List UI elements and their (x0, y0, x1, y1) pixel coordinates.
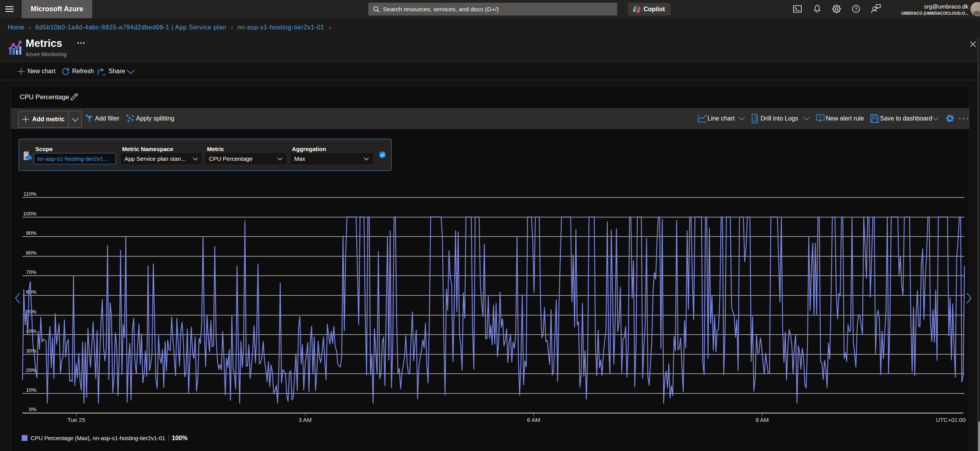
svg-text:3 AM: 3 AM (298, 417, 312, 423)
svg-text:90%: 90% (26, 230, 36, 236)
svg-text:?: ? (855, 7, 858, 12)
svg-text:30%: 30% (26, 348, 36, 354)
svg-text:100%: 100% (23, 211, 36, 217)
svg-text:UTC+01:00: UTC+01:00 (936, 417, 966, 423)
svg-text:110%: 110% (23, 191, 36, 197)
svg-text:0%: 0% (29, 406, 36, 412)
svg-text:Tue 25: Tue 25 (67, 417, 85, 423)
svg-text:80%: 80% (26, 250, 36, 256)
svg-text:6 AM: 6 AM (527, 417, 540, 423)
svg-text:9 AM: 9 AM (756, 417, 769, 423)
svg-text:20%: 20% (26, 367, 36, 373)
svg-text:10%: 10% (26, 387, 36, 393)
svg-text:70%: 70% (26, 269, 36, 275)
